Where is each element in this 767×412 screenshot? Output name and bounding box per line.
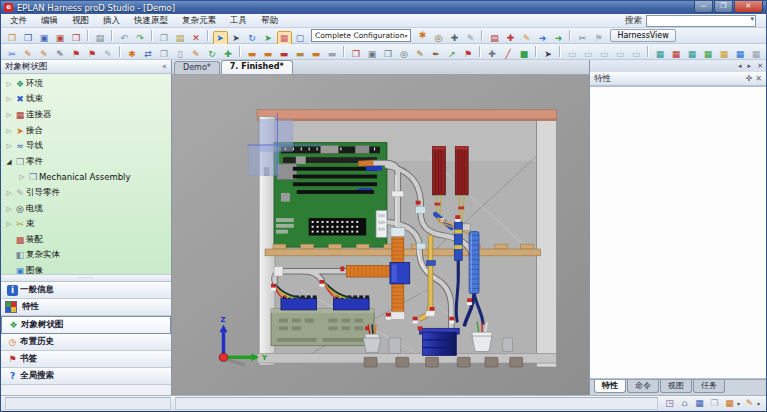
tree-item-cables[interactable]: ▷◎电缆 xyxy=(1,201,171,217)
toolbar-separator xyxy=(87,30,89,41)
collapse-panel-icon[interactable]: « xyxy=(162,62,167,71)
axis-z-label: Z xyxy=(221,316,226,324)
tree-expander-icon[interactable]: ▷ xyxy=(4,111,14,119)
tree-item-wires[interactable]: ▷≈导线 xyxy=(1,138,171,154)
sidebar-button-label: 对象树状图 xyxy=(21,319,64,331)
panel-tab-properties[interactable]: 特性 xyxy=(594,380,626,393)
tree-item-label: 引导零件 xyxy=(26,187,60,199)
draw-mode-icon[interactable]: ✎ xyxy=(744,398,755,409)
close-button[interactable]: ✕ xyxy=(734,1,763,13)
title-bar: e EPLAN Harness proD Studio - [Demo] — ❐… xyxy=(1,1,766,14)
panel-tab-views[interactable]: 视图 xyxy=(660,380,692,393)
tree-expander-icon[interactable]: ▷ xyxy=(4,205,14,213)
axis-y-label: Y xyxy=(261,354,268,362)
mechanical-assembly-icon: ❒ xyxy=(27,171,39,183)
main-content: 对象树状图 « ▷❖环境▷✖线束▷▦连接器▷➤接合▷≈导线◢❒零件▷❒Mecha… xyxy=(1,60,766,395)
configuration-dropdown-icon[interactable]: ▾ xyxy=(404,30,407,41)
tree-expander-icon[interactable]: ▷ xyxy=(4,127,14,135)
3d-viewport[interactable]: Z Y xyxy=(172,75,589,395)
tree-expander-icon[interactable]: ▷ xyxy=(4,220,14,228)
tree-item-splices[interactable]: ▷➤接合 xyxy=(1,123,171,139)
tree-item-mechanical-assembly[interactable]: ▷❒Mechanical Assembly xyxy=(1,170,171,186)
tree-expander-icon[interactable]: ▷ xyxy=(4,95,14,103)
tab-close-icon[interactable]: ✕ xyxy=(754,62,766,70)
search-label: 搜索 xyxy=(625,15,642,27)
toolbar-separator xyxy=(111,30,113,41)
sidebar-button-label: 布置历史 xyxy=(20,336,54,348)
properties-tabs: 特性命令视图任务 xyxy=(590,379,766,395)
sidebar-button-bookmarks[interactable]: ⚑书签 xyxy=(1,351,171,368)
status-view-tools: ◳⌂▦❐▦▾✎▾ xyxy=(662,398,762,409)
properties-title: 特性 xyxy=(594,73,743,85)
tab-scroll-left-icon[interactable]: ◂ xyxy=(735,62,745,70)
tree-expander-icon[interactable]: ▷ xyxy=(17,173,27,181)
object-tree-header: 对象树状图 « xyxy=(1,60,171,74)
tree-expander-icon[interactable]: ◢ xyxy=(4,158,14,166)
complex-solids-icon: ◧ xyxy=(14,249,26,261)
search-input[interactable]: ▾ xyxy=(646,15,756,27)
tree-item-harnesses[interactable]: ▷✖线束 xyxy=(1,92,171,108)
sidebar-button-placement-history[interactable]: ◷布置历史 xyxy=(1,334,171,351)
images-icon: ▣ xyxy=(14,265,26,274)
minimize-button[interactable]: — xyxy=(694,1,713,13)
draw-mode-icon-dropdown[interactable]: ▾ xyxy=(757,400,760,407)
tree-item-images[interactable]: ▣图像 xyxy=(1,263,171,274)
tree-item-label: 线束 xyxy=(26,93,43,105)
properties-panel: ◂▸✕ 特性 ✜ ✕ 特性命令视图任务 xyxy=(589,60,766,395)
sidebar-button-properties[interactable]: 特性 xyxy=(1,299,171,316)
toolbar-separator xyxy=(479,46,481,57)
toolbar-edit-icons: ✂✎✎✎⚑⚑✎✱⇄❐▯✎↻✚▬▬▬▬▬▬❐▣❐◎✎✒↗⚑✚╱■➤▭▭▭▭▭▦▦▦… xyxy=(4,42,767,62)
tree-expander-icon[interactable]: ▷ xyxy=(4,80,14,88)
status-bar: ◳⌂▦❐▦▾✎▾ xyxy=(1,395,766,411)
toolbar-separator xyxy=(535,46,537,57)
zoom-extents-icon[interactable]: ⌂ xyxy=(679,398,690,409)
sidebar-button-global-search[interactable]: ?全局搜索 xyxy=(1,368,171,385)
tree-item-label: 装配 xyxy=(26,234,43,246)
tree-item-bundles[interactable]: ▷✂束 xyxy=(1,216,171,232)
environments-icon: ❖ xyxy=(14,78,26,90)
tree-item-parts[interactable]: ◢❒零件 xyxy=(1,154,171,170)
window-controls: — ❐ ✕ xyxy=(693,1,763,13)
tree-expander-icon[interactable]: ▷ xyxy=(4,142,14,150)
document-tab-demo[interactable]: Demo* xyxy=(174,61,220,74)
tree-item-guiding-parts[interactable]: ▷✎引导零件 xyxy=(1,185,171,201)
restore-button[interactable]: ❐ xyxy=(714,1,733,13)
sidebar-button-object-tree[interactable]: ❖对象树状图 xyxy=(1,316,171,334)
tree-item-assemblies[interactable]: ▩装配 xyxy=(1,232,171,248)
status-cell-main xyxy=(175,397,658,410)
panel-tab-commands[interactable]: 命令 xyxy=(627,380,659,393)
toolbar-separator xyxy=(481,30,483,41)
tree-item-label: 束 xyxy=(26,218,35,230)
toolbar-separator xyxy=(207,30,209,41)
pin-icon[interactable]: ✜ xyxy=(746,74,753,83)
tab-scroll-right-icon[interactable]: ▸ xyxy=(745,62,755,70)
tree-item-complex-solids[interactable]: ◧复杂实体 xyxy=(1,248,171,264)
tree-item-environments[interactable]: ▷❖环境 xyxy=(1,76,171,92)
object-tree-icon: ❖ xyxy=(8,320,19,331)
panel-tab-tasks[interactable]: 任务 xyxy=(693,380,725,393)
close-panel-icon[interactable]: ✕ xyxy=(755,74,762,83)
tree-expander-icon[interactable]: ▷ xyxy=(4,189,14,197)
bundles-icon: ✂ xyxy=(14,218,26,230)
properties-content xyxy=(590,86,766,379)
panel-splitter[interactable]: ········· xyxy=(1,274,171,282)
sidebar-button-general-info[interactable]: i一般信息 xyxy=(1,282,171,299)
search-dropdown-icon[interactable]: ▾ xyxy=(750,15,754,23)
sidebar-button-label: 全局搜索 xyxy=(20,370,54,382)
document-tab-finished[interactable]: 7. Finished* xyxy=(221,60,293,74)
tree-item-connectors[interactable]: ▷▦连接器 xyxy=(1,107,171,123)
wires-icon: ≈ xyxy=(14,140,26,152)
grid-mode-icon-dropdown[interactable]: ▾ xyxy=(737,400,740,407)
app-logo-icon: e xyxy=(4,3,13,12)
zoom-area-icon[interactable]: ◳ xyxy=(664,398,675,409)
configuration-select[interactable]: Complete Configuration ▾ xyxy=(311,29,411,42)
grid-mode-icon[interactable]: ▦ xyxy=(724,398,735,409)
fit-view-icon[interactable]: ▦ xyxy=(694,398,705,409)
tree-item-label: 图像 xyxy=(26,265,43,274)
sidebar-button-label: 特性 xyxy=(22,301,39,313)
harnessview-button[interactable]: HarnessView xyxy=(610,29,675,42)
toolbar-separator xyxy=(119,46,121,57)
bookmarks-icon: ⚑ xyxy=(7,354,18,365)
window-mode-icon[interactable]: ❐ xyxy=(709,398,720,409)
sidebar-button-label: 一般信息 xyxy=(20,284,54,296)
